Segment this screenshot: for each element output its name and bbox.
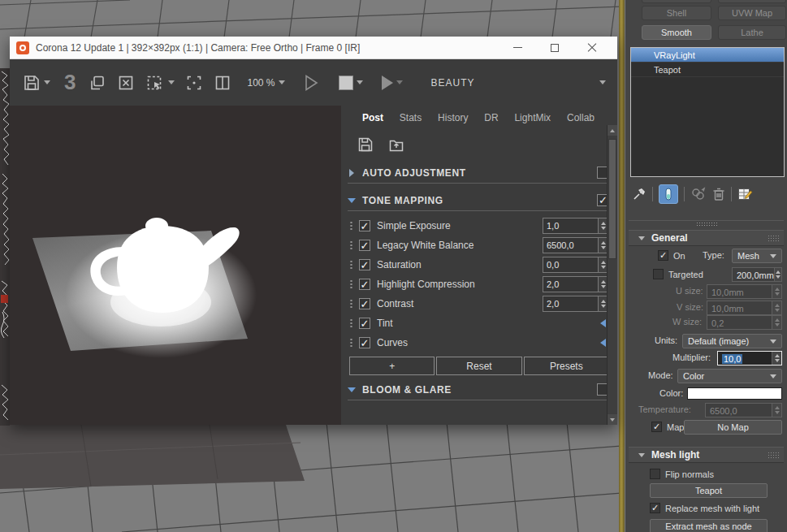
start-render-button[interactable] <box>302 73 320 93</box>
on-checkbox[interactable] <box>658 250 668 261</box>
pass-dropdown-caret[interactable] <box>599 80 606 84</box>
vfb-scrollbar[interactable] <box>607 125 617 425</box>
titlebar[interactable]: Corona 12 Update 1 | 392×392px (1:1) | C… <box>10 37 617 59</box>
tab-lightmix[interactable]: LightMix <box>514 112 551 123</box>
flip-normals-checkbox[interactable] <box>650 469 660 479</box>
units-dropdown[interactable]: Default (image) <box>682 334 782 348</box>
duplicate-to-history-button[interactable] <box>89 74 106 92</box>
no-map-button[interactable]: No Map <box>684 420 782 435</box>
configure-modifier-sets-icon[interactable] <box>737 187 753 201</box>
pick-mesh-button[interactable]: Teapot <box>650 483 768 498</box>
render-color-swatch[interactable] <box>339 76 363 90</box>
tab-dr[interactable]: DR <box>484 112 498 123</box>
targeted-checkbox[interactable] <box>653 269 664 279</box>
spinner[interactable] <box>772 352 781 365</box>
remove-modifier-icon[interactable] <box>712 187 725 201</box>
minimize-button[interactable] <box>499 37 536 58</box>
drag-handle-icon[interactable] <box>349 318 353 329</box>
rollout-mesh-light[interactable]: Mesh light <box>629 447 784 463</box>
tab-stats[interactable]: Stats <box>400 112 422 123</box>
expand-arrow-icon[interactable] <box>348 387 356 392</box>
multiplier-spinner[interactable]: 10,0 <box>717 351 782 365</box>
saturation-field[interactable]: 0,0 <box>543 257 609 273</box>
spinner-value[interactable]: 200,0mm <box>733 268 774 281</box>
modifier-button-partial-2[interactable] <box>718 0 786 3</box>
curves-checkbox[interactable] <box>359 337 370 348</box>
section-auto-adjustment[interactable]: AUTO ADJUSTMENT <box>348 167 609 184</box>
field-value[interactable]: 0,0 <box>543 257 598 272</box>
reset-button[interactable]: Reset <box>436 357 521 375</box>
highlight-compression-field[interactable]: 2,0 <box>543 276 609 292</box>
start-interactive-button[interactable] <box>382 76 403 90</box>
target-distance-spinner[interactable]: 200,0mm <box>732 267 782 282</box>
drag-handle-icon[interactable] <box>349 240 353 251</box>
scroll-up-button[interactable] <box>608 125 617 136</box>
swatch-dropdown-caret[interactable] <box>357 80 363 84</box>
spinner[interactable] <box>774 268 781 281</box>
drag-handle-icon[interactable] <box>349 221 353 231</box>
clear-image-button[interactable] <box>117 74 135 92</box>
collapse-arrow-icon[interactable] <box>349 169 354 177</box>
modifier-button-lathe[interactable]: Lathe <box>718 25 786 40</box>
map-checkbox[interactable] <box>651 422 662 432</box>
field-value[interactable]: 2,0 <box>543 296 598 311</box>
save-dropdown-caret[interactable] <box>44 80 50 84</box>
white-balance-field[interactable]: 6500,0 <box>543 237 609 253</box>
simple-exposure-checkbox[interactable] <box>359 220 370 231</box>
load-settings-icon[interactable] <box>388 136 404 153</box>
rendered-image[interactable] <box>10 106 341 425</box>
rollout-splitter[interactable] <box>629 220 784 225</box>
multiplier-value[interactable]: 10,0 <box>722 354 742 364</box>
tint-checkbox[interactable] <box>359 318 370 329</box>
section-tone-mapping[interactable]: TONE MAPPING <box>348 194 609 211</box>
interactive-dropdown-caret[interactable] <box>396 80 403 84</box>
field-value[interactable]: 1,0 <box>543 218 598 233</box>
curves-flyout-arrow-icon[interactable] <box>600 339 606 347</box>
region-dropdown-caret[interactable] <box>168 80 175 84</box>
tint-flyout-arrow-icon[interactable] <box>600 319 606 327</box>
3dsmax-logo[interactable]: 3 <box>64 70 76 95</box>
extract-mesh-button[interactable]: Extract mesh as node <box>650 519 768 532</box>
focus-pick-button[interactable] <box>185 74 203 92</box>
close-button[interactable] <box>573 37 611 58</box>
modifier-button-shell[interactable]: Shell <box>642 6 711 20</box>
modifier-button-smooth[interactable]: Smooth <box>642 25 711 40</box>
ab-compare-button[interactable] <box>214 74 231 92</box>
add-operator-button[interactable]: + <box>349 357 435 375</box>
region-render-button[interactable] <box>145 74 175 92</box>
pin-stack-icon[interactable] <box>632 187 646 201</box>
make-unique-icon[interactable] <box>690 187 707 201</box>
light-color-swatch[interactable] <box>687 387 782 400</box>
modifier-button-partial-1[interactable] <box>642 0 711 3</box>
stack-item-teapot[interactable]: Teapot <box>631 63 784 77</box>
tab-post[interactable]: Post <box>362 112 383 123</box>
maximize-button[interactable] <box>536 37 573 58</box>
drag-handle-icon[interactable] <box>349 338 353 348</box>
modifier-button-uvwmap[interactable]: UVW Map <box>718 6 786 20</box>
contrast-field[interactable]: 2,0 <box>543 296 609 312</box>
render-element-selector[interactable]: BEAUTY <box>431 77 475 89</box>
drag-handle-icon[interactable] <box>349 279 353 290</box>
scroll-thumb[interactable] <box>608 139 616 259</box>
tab-history[interactable]: History <box>438 112 468 123</box>
mode-dropdown[interactable]: Color <box>677 369 782 383</box>
field-value[interactable]: 2,0 <box>543 277 598 292</box>
simple-exposure-field[interactable]: 1,0 <box>543 218 609 234</box>
save-image-button[interactable] <box>23 74 50 92</box>
expand-arrow-icon[interactable] <box>348 198 356 203</box>
rollout-grip-icon[interactable] <box>768 235 779 241</box>
save-settings-icon[interactable] <box>357 136 374 153</box>
zoom-control[interactable]: 100 % <box>242 77 284 89</box>
rollout-grip-icon[interactable] <box>768 452 779 458</box>
rollout-general[interactable]: General <box>629 230 784 246</box>
contrast-checkbox[interactable] <box>359 298 370 309</box>
replace-mesh-checkbox[interactable] <box>650 503 660 513</box>
stack-item-vraylight[interactable]: VRayLight <box>631 48 784 63</box>
presets-button[interactable]: Presets <box>524 357 609 375</box>
field-value[interactable]: 6500,0 <box>543 238 598 253</box>
type-dropdown[interactable]: Mesh <box>732 249 782 263</box>
panel-splitter-bar[interactable] <box>619 0 625 532</box>
scroll-down-button[interactable] <box>608 414 617 425</box>
drag-handle-icon[interactable] <box>349 299 353 309</box>
tab-collab[interactable]: Collab <box>567 112 595 123</box>
